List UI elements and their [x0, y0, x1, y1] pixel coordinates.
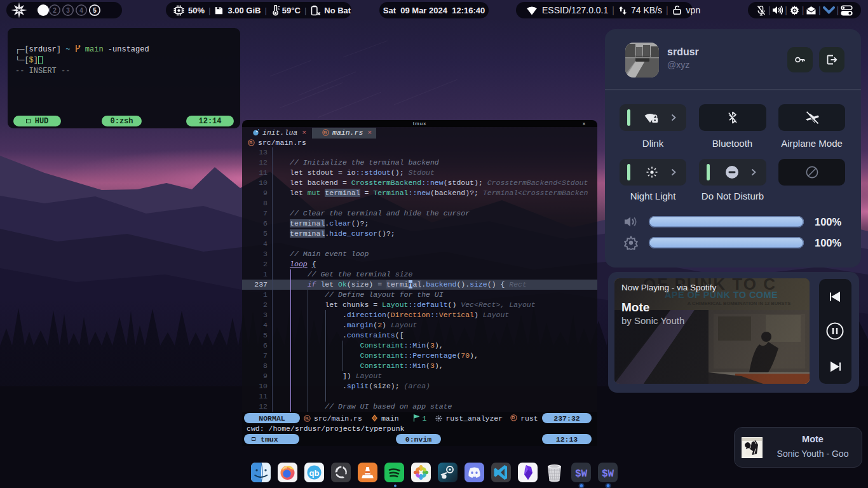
- svg-text:$W: $W: [601, 468, 614, 480]
- svg-text:3: 3: [66, 7, 70, 14]
- svg-text:2: 2: [53, 7, 57, 14]
- svg-text:5: 5: [93, 7, 97, 14]
- svg-text:4: 4: [79, 7, 83, 14]
- svg-text:$W: $W: [574, 468, 587, 480]
- svg-text:qb: qb: [309, 468, 319, 478]
